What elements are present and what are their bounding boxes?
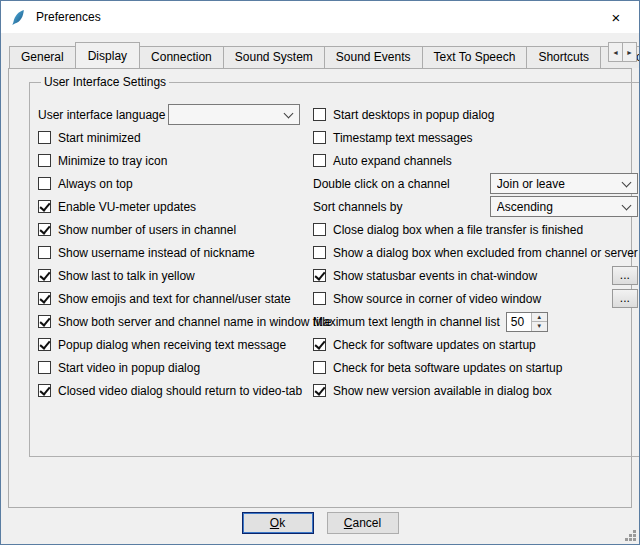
checkbox-label: Close dialog box when a file transfer is… bbox=[333, 223, 583, 237]
checkbox-row-auto-expand[interactable]: Auto expand channels bbox=[313, 149, 638, 172]
checkbox-label: Popup dialog when receiving text message bbox=[58, 338, 286, 352]
language-label: User interface language bbox=[38, 108, 165, 122]
checkbox-row-start-minimized[interactable]: Start minimized bbox=[38, 126, 300, 149]
checkbox-label: Show number of users in channel bbox=[58, 223, 236, 237]
checkbox-label: Show a dialog box when excluded from cha… bbox=[333, 246, 638, 260]
double-click-select-value: Join or leave bbox=[497, 177, 617, 191]
sort-channels-label: Sort channels by bbox=[313, 200, 402, 214]
checkbox-timestamp[interactable] bbox=[313, 131, 326, 144]
tab-display[interactable]: Display bbox=[75, 42, 140, 68]
checkbox-row-new-version-dialog[interactable]: Show new version available in dialog box bbox=[313, 379, 638, 402]
checkbox-row-show-user-count[interactable]: Show number of users in channel bbox=[38, 218, 300, 241]
checkbox-label: Check for software updates on startup bbox=[333, 338, 536, 352]
max-text-length-spinner[interactable]: 50 ▲ ▼ bbox=[506, 312, 548, 332]
checkbox-label: Auto expand channels bbox=[333, 154, 452, 168]
tab-general[interactable]: General bbox=[9, 46, 76, 68]
checkbox-video-popup[interactable] bbox=[38, 361, 51, 374]
checkbox-row-emojis[interactable]: Show emojis and text for channel/user st… bbox=[38, 287, 300, 310]
language-select[interactable] bbox=[168, 104, 300, 125]
ok-button[interactable]: Ok bbox=[242, 512, 314, 534]
spinner-up-icon[interactable]: ▲ bbox=[532, 313, 547, 322]
checkbox-row-closed-video-return[interactable]: Closed video dialog should return to vid… bbox=[38, 379, 300, 402]
tab-shortcuts[interactable]: Shortcuts bbox=[526, 46, 601, 68]
double-click-select[interactable]: Join or leave bbox=[490, 173, 638, 194]
window-title: Preferences bbox=[36, 10, 101, 24]
dropdown-arrow-icon bbox=[621, 200, 631, 210]
checkbox-desktops-popup[interactable] bbox=[313, 108, 326, 121]
checkbox-row-video-popup[interactable]: Start video in popup dialog bbox=[38, 356, 300, 379]
checkbox-label: Check for beta software updates on start… bbox=[333, 361, 562, 375]
dropdown-arrow-icon bbox=[284, 108, 294, 118]
checkbox-row-popup-text-message[interactable]: Popup dialog when receiving text message bbox=[38, 333, 300, 356]
max-text-length-row: Maximum text length in channel list 50 ▲… bbox=[313, 310, 638, 333]
checkbox-row-check-updates[interactable]: Check for software updates on startup bbox=[313, 333, 638, 356]
checkbox-emojis[interactable] bbox=[38, 292, 51, 305]
checkbox-beta-updates[interactable] bbox=[313, 361, 326, 374]
tab-scroll-buttons: ◄ ► bbox=[609, 42, 637, 62]
checkbox-label: Show statusbar events in chat-window bbox=[333, 269, 537, 283]
checkbox-row-close-on-transfer[interactable]: Close dialog box when a file transfer is… bbox=[313, 218, 638, 241]
checkbox-show-username[interactable] bbox=[38, 246, 51, 259]
dropdown-arrow-icon bbox=[621, 177, 631, 187]
statusbar-events-browse-button[interactable]: ... bbox=[612, 266, 638, 285]
checkbox-closed-video-return[interactable] bbox=[38, 384, 51, 397]
statusbar-events-row[interactable]: Show statusbar events in chat-window ... bbox=[313, 264, 638, 287]
checkbox-last-to-talk[interactable] bbox=[38, 269, 51, 282]
close-button[interactable]: × bbox=[593, 1, 639, 33]
sort-channels-row: Sort channels by Ascending bbox=[313, 195, 638, 218]
cancel-button[interactable]: Cancel bbox=[327, 512, 399, 534]
checkbox-label: Start video in popup dialog bbox=[58, 361, 200, 375]
checkbox-row-beta-updates[interactable]: Check for beta software updates on start… bbox=[313, 356, 638, 379]
checkbox-new-version-dialog[interactable] bbox=[313, 384, 326, 397]
checkbox-label: Closed video dialog should return to vid… bbox=[58, 384, 302, 398]
tab-sound-system[interactable]: Sound System bbox=[223, 46, 325, 68]
checkbox-row-timestamp[interactable]: Timestamp text messages bbox=[313, 126, 638, 149]
tab-scroll-left-button[interactable]: ◄ bbox=[608, 42, 623, 62]
checkbox-window-title[interactable] bbox=[38, 315, 51, 328]
preferences-window: Preferences × General Display Connection… bbox=[0, 0, 640, 545]
checkbox-row-excluded-dialog[interactable]: Show a dialog box when excluded from cha… bbox=[313, 241, 638, 264]
checkbox-label: Show emojis and text for channel/user st… bbox=[58, 292, 291, 306]
user-interface-settings-group: User Interface Settings User interface l… bbox=[29, 75, 640, 457]
sort-channels-select-value: Ascending bbox=[497, 200, 617, 214]
video-source-row[interactable]: Show source in corner of video window ..… bbox=[313, 287, 638, 310]
checkbox-auto-expand[interactable] bbox=[313, 154, 326, 167]
tab-connection[interactable]: Connection bbox=[139, 46, 224, 68]
checkbox-label: Minimize to tray icon bbox=[58, 154, 167, 168]
checkbox-excluded-dialog[interactable] bbox=[313, 246, 326, 259]
display-tab-page: User Interface Settings User interface l… bbox=[8, 68, 632, 508]
checkbox-video-source-corner[interactable] bbox=[313, 292, 326, 305]
language-row: User interface language bbox=[38, 103, 300, 126]
checkbox-label: Show source in corner of video window bbox=[333, 292, 541, 306]
checkbox-minimize-to-tray[interactable] bbox=[38, 154, 51, 167]
checkbox-close-on-transfer[interactable] bbox=[313, 223, 326, 236]
checkbox-popup-text-message[interactable] bbox=[38, 338, 51, 351]
checkbox-label: Start desktops in popup dialog bbox=[333, 108, 494, 122]
checkbox-row-vu-meter[interactable]: Enable VU-meter updates bbox=[38, 195, 300, 218]
resize-grip[interactable] bbox=[624, 529, 637, 542]
checkbox-row-minimize-to-tray[interactable]: Minimize to tray icon bbox=[38, 149, 300, 172]
group-title: User Interface Settings bbox=[41, 75, 169, 89]
spinner-down-icon[interactable]: ▼ bbox=[532, 321, 547, 331]
tab-text-to-speech[interactable]: Text To Speech bbox=[422, 46, 528, 68]
checkbox-row-always-on-top[interactable]: Always on top bbox=[38, 172, 300, 195]
checkbox-vu-meter[interactable] bbox=[38, 200, 51, 213]
video-source-browse-button[interactable]: ... bbox=[612, 289, 638, 308]
checkbox-row-last-to-talk[interactable]: Show last to talk in yellow bbox=[38, 264, 300, 287]
tab-scroll-right-button[interactable]: ► bbox=[622, 42, 637, 62]
sort-channels-select[interactable]: Ascending bbox=[490, 196, 638, 217]
checkbox-row-desktops-popup[interactable]: Start desktops in popup dialog bbox=[313, 103, 638, 126]
checkbox-row-window-title[interactable]: Show both server and channel name in win… bbox=[38, 310, 300, 333]
checkbox-always-on-top[interactable] bbox=[38, 177, 51, 190]
checkbox-check-updates[interactable] bbox=[313, 338, 326, 351]
tab-sound-events[interactable]: Sound Events bbox=[324, 46, 423, 68]
max-text-length-value[interactable]: 50 bbox=[507, 313, 531, 331]
double-click-row: Double click on a channel Join or leave bbox=[313, 172, 638, 195]
checkbox-show-user-count[interactable] bbox=[38, 223, 51, 236]
app-logo-icon bbox=[10, 9, 27, 26]
checkbox-label: Show new version available in dialog box bbox=[333, 384, 552, 398]
checkbox-statusbar-events[interactable] bbox=[313, 269, 326, 282]
checkbox-row-show-username[interactable]: Show username instead of nickname bbox=[38, 241, 300, 264]
checkbox-start-minimized[interactable] bbox=[38, 131, 51, 144]
left-column: User interface language Start minimized … bbox=[38, 103, 300, 402]
